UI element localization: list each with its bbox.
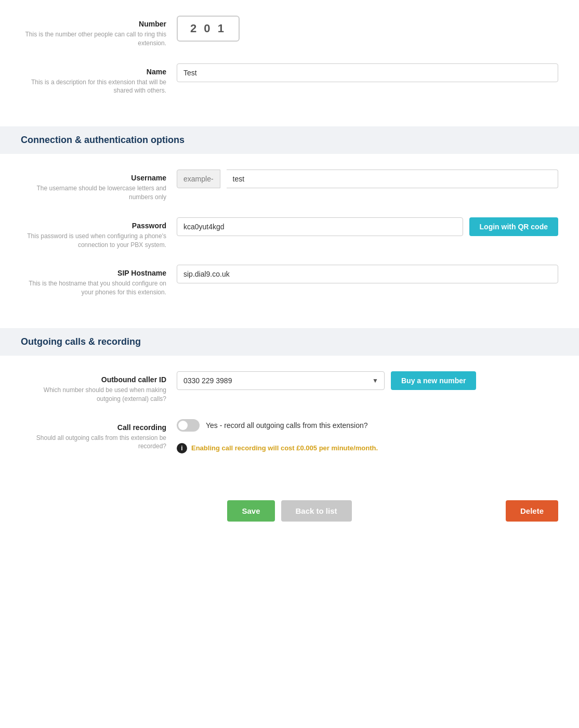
connection-section-header: Connection & authentication options (0, 126, 579, 154)
call-recording-note: i Enabling call recording will cost £0.0… (177, 443, 378, 453)
delete-button[interactable]: Delete (506, 500, 558, 522)
name-label-desc: This is a description for this extension… (21, 78, 166, 96)
outgoing-section-body: Outbound caller ID Which number should b… (0, 356, 579, 485)
number-label-col: Number This is the number other people c… (21, 16, 177, 48)
call-recording-toggle-label: Yes - record all outgoing calls from thi… (206, 421, 368, 430)
caller-id-label-title: Outbound caller ID (21, 375, 166, 384)
caller-id-label-desc: Which number should be used when making … (21, 386, 166, 404)
caller-id-select[interactable]: 0330 229 3989 (177, 371, 385, 390)
qr-login-button[interactable]: Login with QR code (469, 217, 558, 236)
info-icon: i (177, 443, 187, 453)
password-label-col: Password This password is used when conf… (21, 217, 177, 250)
call-recording-label-col: Call recording Should all outgoing calls… (21, 419, 177, 451)
save-button[interactable]: Save (227, 500, 274, 522)
sip-control-col (177, 265, 558, 283)
password-input[interactable] (177, 217, 463, 236)
username-label-col: Username The username should be lowercas… (21, 170, 177, 202)
password-control-col: Login with QR code (177, 217, 558, 236)
outgoing-section-header: Outgoing calls & recording (0, 328, 579, 356)
name-label-title: Name (21, 68, 166, 76)
username-control-col: example- (177, 170, 558, 188)
call-recording-toggle[interactable] (177, 419, 200, 432)
outgoing-header-title: Outgoing calls & recording (21, 336, 558, 347)
call-recording-label-desc: Should all outgoing calls from this exte… (21, 434, 166, 451)
sip-hostname-input[interactable] (177, 265, 558, 283)
back-to-list-button[interactable]: Back to list (281, 500, 352, 522)
name-label-col: Name This is a description for this exte… (21, 63, 177, 96)
call-recording-toggle-container: Yes - record all outgoing calls from thi… (177, 419, 368, 432)
username-input[interactable] (227, 170, 558, 188)
number-display: 2 0 1 (177, 16, 240, 42)
number-label-desc: This is the number other people can call… (21, 30, 166, 48)
name-input[interactable] (177, 63, 558, 82)
call-recording-note-text: Enabling call recording will cost £0.005… (191, 444, 378, 452)
footer-buttons: Save Back to list Delete (0, 485, 579, 537)
call-recording-control-col: Yes - record all outgoing calls from thi… (177, 419, 558, 453)
toggle-slider (177, 419, 200, 432)
number-control-col: 2 0 1 (177, 16, 558, 42)
sip-label-desc: This is the hostname that you should con… (21, 279, 166, 297)
connection-header-title: Connection & authentication options (21, 135, 558, 146)
sip-label-title: SIP Hostname (21, 269, 166, 277)
call-recording-label-title: Call recording (21, 423, 166, 432)
buy-number-button[interactable]: Buy a new number (391, 371, 476, 390)
password-label-title: Password (21, 222, 166, 230)
connection-section-body: Username The username should be lowercas… (0, 154, 579, 328)
caller-id-control-col: 0330 229 3989 ▼ Buy a new number (177, 371, 558, 390)
number-label-title: Number (21, 20, 166, 28)
username-prefix: example- (177, 170, 220, 188)
password-label-desc: This password is used when configuring a… (21, 232, 166, 250)
caller-id-select-wrapper: 0330 229 3989 ▼ (177, 371, 385, 390)
name-control-col (177, 63, 558, 82)
sip-label-col: SIP Hostname This is the hostname that y… (21, 265, 177, 297)
username-label-title: Username (21, 174, 166, 182)
username-label-desc: The username should be lowercase letters… (21, 184, 166, 202)
caller-id-label-col: Outbound caller ID Which number should b… (21, 371, 177, 404)
